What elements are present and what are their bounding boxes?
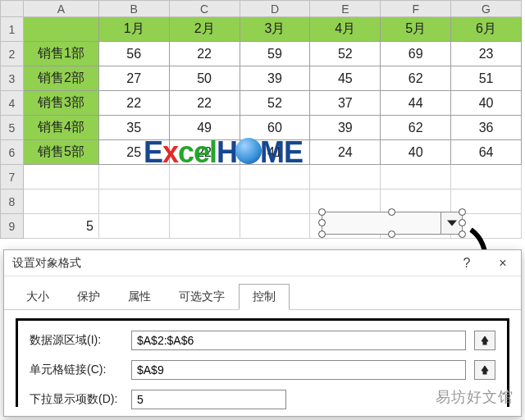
cell[interactable] xyxy=(169,189,240,214)
cell[interactable]: 64 xyxy=(451,140,522,165)
cell[interactable]: 40 xyxy=(451,91,522,116)
cell[interactable]: 51 xyxy=(451,66,522,91)
column-headers[interactable]: A B C D E F G xyxy=(1,1,522,17)
cell[interactable]: 52 xyxy=(310,42,381,66)
cell[interactable]: 41 xyxy=(240,140,310,165)
col-header[interactable]: C xyxy=(169,1,240,17)
row-header[interactable]: 7 xyxy=(1,165,24,189)
tab-control[interactable]: 控制 xyxy=(239,284,290,310)
row-2[interactable]: 2 销售1部 56 22 59 52 69 23 xyxy=(1,42,522,66)
cell[interactable]: 25 xyxy=(98,140,169,165)
row-header[interactable]: 9 xyxy=(1,214,24,239)
help-button[interactable]: ? xyxy=(449,250,485,276)
cell[interactable]: 36 xyxy=(451,116,522,140)
dialog-titlebar[interactable]: 设置对象格式 ? × xyxy=(4,250,521,276)
cell[interactable]: 60 xyxy=(240,116,310,140)
cell[interactable]: 22 xyxy=(169,140,240,165)
cell[interactable]: 39 xyxy=(240,66,310,91)
cell[interactable]: 23 xyxy=(451,42,522,66)
cell[interactable]: 3月 xyxy=(240,17,310,42)
cell[interactable]: 39 xyxy=(310,116,381,140)
spreadsheet[interactable]: A B C D E F G 1 1月 2月 3月 4月 5月 6月 2 销售1部… xyxy=(0,0,525,239)
dropdown-lines-field[interactable] xyxy=(131,390,286,409)
cell[interactable] xyxy=(240,189,310,214)
cell[interactable]: 50 xyxy=(169,66,240,91)
col-header[interactable]: D xyxy=(240,1,310,17)
row-7[interactable]: 7 xyxy=(1,165,522,189)
tab-size[interactable]: 大小 xyxy=(12,284,63,310)
combobox-control[interactable] xyxy=(322,212,463,235)
resize-handle[interactable] xyxy=(318,231,326,238)
tab-protection[interactable]: 保护 xyxy=(63,284,114,310)
row-header[interactable]: 2 xyxy=(1,42,24,66)
cell[interactable]: 22 xyxy=(169,91,240,116)
cell[interactable]: 35 xyxy=(98,116,169,140)
cell[interactable]: 69 xyxy=(381,42,451,66)
row-header[interactable]: 5 xyxy=(1,116,24,140)
cell[interactable]: 2月 xyxy=(169,17,240,42)
range-picker-button[interactable] xyxy=(474,331,495,350)
grid[interactable]: A B C D E F G 1 1月 2月 3月 4月 5月 6月 2 销售1部… xyxy=(0,0,522,239)
resize-handle[interactable] xyxy=(459,208,466,216)
range-picker-button[interactable] xyxy=(474,360,495,380)
row-header[interactable]: 3 xyxy=(1,66,24,91)
cell[interactable]: 销售3部 xyxy=(23,91,98,116)
cell[interactable] xyxy=(23,165,98,189)
cell[interactable]: 销售5部 xyxy=(23,140,98,165)
cell-a9[interactable]: 5 xyxy=(23,214,98,239)
cell[interactable]: 59 xyxy=(240,42,310,66)
cell[interactable]: 销售1部 xyxy=(23,42,98,66)
row-header[interactable]: 4 xyxy=(1,91,24,116)
cell[interactable]: 24 xyxy=(310,140,381,165)
row-5[interactable]: 5 销售4部 35 49 60 39 62 36 xyxy=(1,116,522,140)
col-header[interactable]: B xyxy=(98,1,169,17)
resize-handle[interactable] xyxy=(318,208,326,216)
cell[interactable] xyxy=(451,165,522,189)
cell[interactable] xyxy=(169,214,240,239)
cell[interactable] xyxy=(98,214,169,239)
row-header[interactable]: 1 xyxy=(1,17,24,42)
tab-alt-text[interactable]: 可选文字 xyxy=(165,284,239,310)
cell[interactable]: 45 xyxy=(310,66,381,91)
col-header[interactable]: F xyxy=(381,1,451,17)
resize-handle[interactable] xyxy=(388,208,395,216)
col-header[interactable]: A xyxy=(23,1,98,17)
cell[interactable]: 销售4部 xyxy=(23,116,98,140)
cell[interactable]: 40 xyxy=(381,140,451,165)
cell[interactable]: 44 xyxy=(381,91,451,116)
cell[interactable]: 22 xyxy=(98,91,169,116)
resize-handle[interactable] xyxy=(318,219,326,226)
close-button[interactable]: × xyxy=(485,250,521,276)
cell[interactable] xyxy=(98,189,169,214)
cell[interactable]: 1月 xyxy=(98,17,169,42)
row-6[interactable]: 6 销售5部 25 22 41 24 40 64 xyxy=(1,140,522,165)
input-range-field[interactable] xyxy=(131,331,466,350)
cell[interactable]: 62 xyxy=(381,116,451,140)
cell[interactable]: 37 xyxy=(310,91,381,116)
cell[interactable]: 56 xyxy=(98,42,169,66)
cell[interactable]: 52 xyxy=(240,91,310,116)
col-header[interactable]: E xyxy=(310,1,381,17)
cell[interactable]: 销售2部 xyxy=(23,66,98,91)
tab-properties[interactable]: 属性 xyxy=(114,284,165,310)
cell[interactable] xyxy=(23,17,98,42)
cell-link-field[interactable] xyxy=(131,360,466,380)
cell[interactable] xyxy=(169,165,240,189)
cell[interactable]: 49 xyxy=(169,116,240,140)
row-8[interactable]: 8 xyxy=(1,189,522,214)
cell[interactable] xyxy=(381,165,451,189)
row-header[interactable]: 6 xyxy=(1,140,24,165)
cell[interactable] xyxy=(240,214,310,239)
resize-handle[interactable] xyxy=(388,231,395,238)
cell[interactable]: 6月 xyxy=(451,17,522,42)
cell[interactable]: 62 xyxy=(381,66,451,91)
col-header[interactable]: G xyxy=(451,1,522,17)
row-header[interactable]: 8 xyxy=(1,189,24,214)
cell[interactable]: 4月 xyxy=(310,17,381,42)
cell[interactable] xyxy=(23,189,98,214)
cell[interactable] xyxy=(240,165,310,189)
row-1[interactable]: 1 1月 2月 3月 4月 5月 6月 xyxy=(1,17,522,42)
cell[interactable]: 5月 xyxy=(381,17,451,42)
cell[interactable]: 27 xyxy=(98,66,169,91)
select-all-corner[interactable] xyxy=(1,1,24,17)
